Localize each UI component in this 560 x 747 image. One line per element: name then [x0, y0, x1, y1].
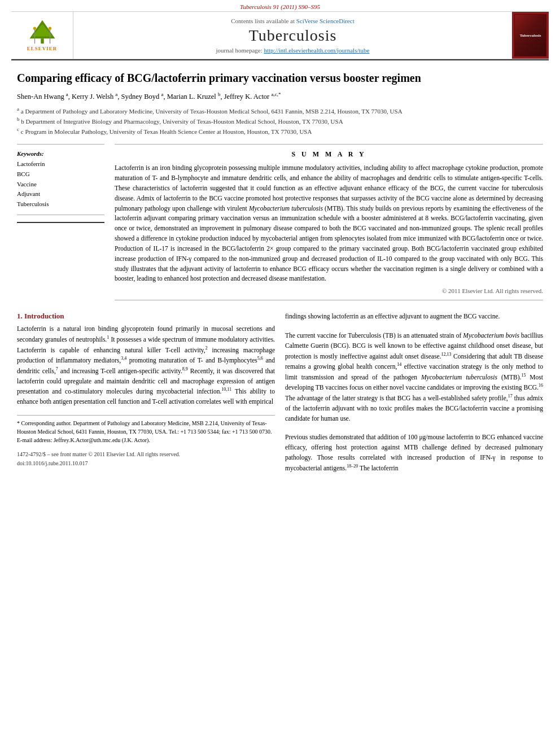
keyword-vaccine: Vaccine [17, 180, 104, 190]
elsevier-logo: ELSEVIER [11, 12, 73, 59]
left-col-divider [17, 222, 104, 223]
affiliations: a a Department of Pathology and Laborato… [17, 106, 543, 136]
footnote-section: * Corresponding author. Department of Pa… [17, 415, 275, 444]
journal-header: ELSEVIER Contents lists available at Sci… [11, 11, 549, 59]
sciverse-text: Contents lists available at [231, 18, 295, 24]
intro-right-col: findings showing lactoferrin as an effec… [285, 312, 543, 473]
corresponding-note: * Corresponding author. Department of Pa… [17, 419, 275, 436]
email-note: E-mail address: Jeffrey.K.Actor@uth.tmc.… [17, 436, 275, 444]
intro-left-col: 1. Introduction Lactoferrin is a natural… [17, 312, 275, 473]
elsevier-brand: ELSEVIER [27, 46, 58, 51]
authors-line: Shen-An Hwang a, Kerry J. Welsh a, Sydne… [17, 91, 543, 102]
keyword-adjuvant: Adjuvant [17, 189, 104, 199]
keywords-title: Keywords: [17, 150, 104, 157]
summary-box: S U M M A R Y Lactoferrin is an iron bin… [115, 144, 543, 300]
journal-center: Contents lists available at SciVerse Sci… [73, 12, 512, 59]
journal-title: Tuberculosis [249, 27, 337, 45]
svg-point-5 [33, 27, 36, 30]
article-title: Comparing efficacy of BCG/lactoferrin pr… [17, 71, 543, 85]
summary-title: S U M M A R Y [115, 150, 543, 159]
intro-left-text: Lactoferrin is a natural iron binding gl… [17, 324, 275, 407]
intro-right-text-2: The current vaccine for Tuberculosis (TB… [285, 331, 543, 423]
elsevier-tree-icon [23, 19, 62, 45]
issn-line: 1472-4792/$ – see front matter © 2011 El… [17, 450, 275, 459]
sciverse-link[interactable]: SciVerse ScienceDirect [296, 18, 355, 24]
homepage-label: journal homepage: [216, 47, 262, 54]
homepage-url[interactable]: http://intl.elsevierhealth.com/journals/… [264, 47, 369, 54]
svg-point-6 [48, 27, 51, 30]
intro-right-text-3: Previous studies demonstrated that addit… [285, 433, 543, 473]
top-citation: Tuberculosis 91 (2011) S90–S95 [0, 0, 560, 11]
keywords-summary-layout: Keywords: Lactoferrin BCG Vaccine Adjuva… [17, 144, 543, 300]
affiliation-b: b b Department of Integrative Biology an… [17, 116, 543, 126]
svg-rect-0 [41, 38, 43, 43]
copyright-line: © 2011 Elsevier Ltd. All rights reserved… [115, 287, 543, 294]
left-keywords-col: Keywords: Lactoferrin BCG Vaccine Adjuva… [17, 144, 104, 300]
article-content: Comparing efficacy of BCG/lactoferrin pr… [0, 60, 560, 484]
affiliation-c: c c Program in Molecular Pathology, Univ… [17, 126, 543, 136]
doi-line: doi:10.1016/j.tube.2011.10.017 [17, 459, 275, 468]
keywords-box: Keywords: Lactoferrin BCG Vaccine Adjuva… [17, 144, 104, 215]
keyword-lactoferrin: Lactoferrin [17, 159, 104, 169]
intro-right-text-1: findings showing lactoferrin as an effec… [285, 312, 543, 322]
keyword-tuberculosis: Tuberculosis [17, 199, 104, 209]
affiliation-a: a a Department of Pathology and Laborato… [17, 106, 543, 116]
citation-text: Tuberculosis 91 (2011) S90–S95 [240, 3, 320, 10]
intro-heading: 1. Introduction [17, 312, 275, 321]
bottom-info: 1472-4792/$ – see front matter © 2011 El… [17, 450, 275, 468]
right-summary-col: S U M M A R Y Lactoferrin is an iron bin… [115, 144, 543, 300]
summary-text: Lactoferrin is an iron binding glycoprot… [115, 163, 543, 284]
intro-section: 1. Introduction Lactoferrin is a natural… [17, 312, 543, 473]
page-wrapper: Tuberculosis 91 (2011) S90–S95 ELSEVIER [0, 0, 560, 484]
svg-marker-2 [32, 24, 53, 37]
journal-homepage: journal homepage: http://intl.elsevierhe… [216, 47, 370, 54]
sciverse-line: Contents lists available at SciVerse Sci… [231, 18, 354, 24]
journal-cover: Tuberculosis [512, 12, 549, 59]
keyword-bcg: BCG [17, 169, 104, 180]
cover-image: Tuberculosis [514, 14, 546, 56]
